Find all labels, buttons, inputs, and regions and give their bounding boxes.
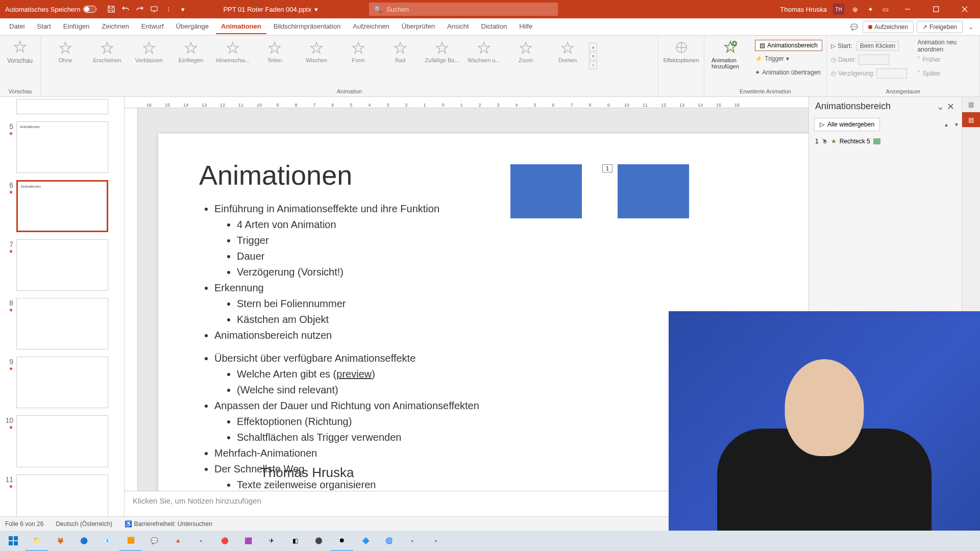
recorder-icon[interactable]: ⏺ <box>331 531 353 551</box>
edge-icon[interactable]: 🌀 <box>378 531 400 551</box>
comments-icon[interactable]: 💬 <box>849 22 860 32</box>
user-avatar[interactable]: TH <box>833 4 844 15</box>
gallery-up-icon[interactable]: ▴ <box>589 43 597 51</box>
file-explorer-icon[interactable]: 📁 <box>26 531 48 551</box>
tab-überprüfen[interactable]: Überprüfen <box>397 19 440 34</box>
start-button[interactable] <box>2 531 24 551</box>
obs-icon[interactable]: ⚫ <box>307 531 330 551</box>
animation-gallery-item[interactable]: Wischen <box>296 41 337 63</box>
animation-gallery-item[interactable]: Wachsen u... <box>463 41 504 63</box>
search-input[interactable] <box>386 6 553 13</box>
app-icon[interactable]: 🔷 <box>354 531 377 551</box>
redo-icon[interactable] <box>135 5 144 14</box>
language-indicator[interactable]: Deutsch (Österreich) <box>56 520 112 528</box>
move-up-icon[interactable]: ▴ <box>941 119 951 130</box>
slide-thumbnail[interactable] <box>16 357 108 408</box>
tab-dictation[interactable]: Dictation <box>476 19 512 34</box>
touch-mode-icon[interactable]: ⁝ <box>164 5 173 14</box>
slide-thumbnail[interactable]: Animationen <box>16 180 108 232</box>
animation-gallery-item[interactable]: Drehen <box>547 41 588 63</box>
slide-thumbnail[interactable] <box>16 239 108 291</box>
tab-hilfe[interactable]: Hilfe <box>514 19 537 34</box>
globe-icon[interactable]: ⊕ <box>850 5 860 14</box>
tab-zeichnen[interactable]: Zeichnen <box>96 19 134 34</box>
slide-thumbnail[interactable] <box>16 99 108 114</box>
animation-gallery-item[interactable]: Rad <box>380 41 421 63</box>
telegram-icon[interactable]: ✈ <box>260 531 283 551</box>
side-tab-active[interactable]: ▤ <box>962 112 980 128</box>
tab-ansicht[interactable]: Ansicht <box>442 19 474 34</box>
share-button[interactable]: ↗Freigeben <box>917 21 963 33</box>
search-box[interactable]: 🔍 <box>369 3 558 16</box>
slide-thumbnail[interactable] <box>16 415 108 467</box>
play-all-button[interactable]: ▷Alle wiedergeben <box>814 118 880 131</box>
animation-pane-button[interactable]: ▤Animationsbereich <box>755 40 822 51</box>
side-tab[interactable]: ▥ <box>962 97 980 112</box>
gallery-more-icon[interactable]: ▿ <box>589 61 597 69</box>
shape-rectangle[interactable] <box>618 164 689 218</box>
save-icon[interactable] <box>107 5 116 14</box>
maximize-button[interactable] <box>925 0 947 18</box>
chrome-icon[interactable]: 🔵 <box>72 531 95 551</box>
animation-gallery-item[interactable]: Form <box>338 41 379 63</box>
animation-gallery-item[interactable]: Verblassen <box>129 41 169 63</box>
app-icon[interactable]: ▫ <box>425 531 447 551</box>
animation-list-item[interactable]: 1 🖱 ★ Rechteck 5 <box>814 136 957 146</box>
outlook-icon[interactable]: 📧 <box>96 531 118 551</box>
animation-painter-button[interactable]: ✦Animation übertragen <box>755 66 822 79</box>
add-animation-button[interactable]: Animation hinzufügen <box>708 38 752 71</box>
app-icon[interactable]: ▫ <box>401 531 424 551</box>
undo-icon[interactable] <box>121 5 130 14</box>
slide-author[interactable]: Thomas Hruska <box>260 465 354 481</box>
app-icon[interactable]: 💬 <box>143 531 165 551</box>
slide-thumbnails-panel[interactable]: 5★Animationen6★Animationen7★8★9★10★11★ <box>0 97 125 516</box>
document-title[interactable]: PPT 01 Roter Faden 004.pptx ▾ <box>223 6 317 13</box>
slide-thumbnail[interactable] <box>16 298 108 349</box>
tab-start[interactable]: Start <box>32 19 56 34</box>
app-icon[interactable]: 🔴 <box>213 531 236 551</box>
move-down-icon[interactable]: ▾ <box>951 119 962 130</box>
slide-counter[interactable]: Folie 6 von 26 <box>5 520 43 528</box>
slide-title[interactable]: Animationen <box>158 134 808 201</box>
slide-thumbnail[interactable] <box>16 474 108 517</box>
minimize-button[interactable] <box>896 0 919 18</box>
start-dropdown[interactable]: ▷Start: Beim Klicken <box>831 40 907 52</box>
ribbon-chevron-icon[interactable]: ⌄ <box>966 22 976 32</box>
tab-einfügen[interactable]: Einfügen <box>58 19 94 34</box>
window-layout-icon[interactable]: ▭ <box>881 5 890 14</box>
powerpoint-icon[interactable]: 🟧 <box>119 531 142 551</box>
tab-übergänge[interactable]: Übergänge <box>171 19 214 34</box>
qat-dropdown-icon[interactable]: ▾ <box>178 5 187 14</box>
tab-bildschirmpräsentation[interactable]: Bildschirmpräsentation <box>268 19 346 34</box>
firefox-icon[interactable]: 🦊 <box>49 531 71 551</box>
animation-gallery-item[interactable]: Ohne <box>45 41 86 63</box>
shape-rectangle[interactable] <box>510 164 582 218</box>
onenote-icon[interactable]: 🟪 <box>237 531 259 551</box>
tab-animationen[interactable]: Animationen <box>216 19 266 34</box>
close-button[interactable] <box>953 0 976 18</box>
coming-soon-icon[interactable]: ✦ <box>866 5 875 14</box>
app-icon[interactable]: ▫ <box>190 531 212 551</box>
chevron-down-icon[interactable]: ⌄ <box>935 102 945 112</box>
preview-button[interactable]: Vorschau <box>4 38 36 66</box>
slide-thumbnail[interactable]: Animationen <box>16 121 108 173</box>
vlc-icon[interactable]: 🔺 <box>166 531 189 551</box>
gallery-down-icon[interactable]: ▾ <box>589 52 597 60</box>
autosave-toggle[interactable]: Automatisches Speichern <box>0 6 102 13</box>
animation-list[interactable]: 1 🖱 ★ Rechteck 5 <box>809 133 962 149</box>
present-icon[interactable] <box>150 5 159 14</box>
tab-entwurf[interactable]: Entwurf <box>136 19 169 34</box>
close-icon[interactable]: ✕ <box>945 102 955 112</box>
animation-number-tag[interactable]: 1 <box>602 164 612 172</box>
trigger-button[interactable]: ⚡Trigger ▾ <box>755 53 822 65</box>
toggle-switch-icon[interactable] <box>83 6 96 13</box>
animation-gallery-item[interactable]: Zufällige Ba... <box>422 41 462 63</box>
record-button[interactable]: Aufzeichnen <box>863 21 914 33</box>
tab-datei[interactable]: Datei <box>4 19 30 34</box>
animation-gallery-item[interactable]: Zoom <box>505 41 546 63</box>
tab-aufzeichnen[interactable]: Aufzeichnen <box>348 19 395 34</box>
animation-gallery-item[interactable]: Erscheinen <box>87 41 128 63</box>
accessibility-checker[interactable]: ♿ Barrierefreiheit: Untersuchen <box>125 520 212 528</box>
animation-gallery-item[interactable]: Hineinschw... <box>212 41 253 63</box>
app-icon[interactable]: ◧ <box>284 531 306 551</box>
